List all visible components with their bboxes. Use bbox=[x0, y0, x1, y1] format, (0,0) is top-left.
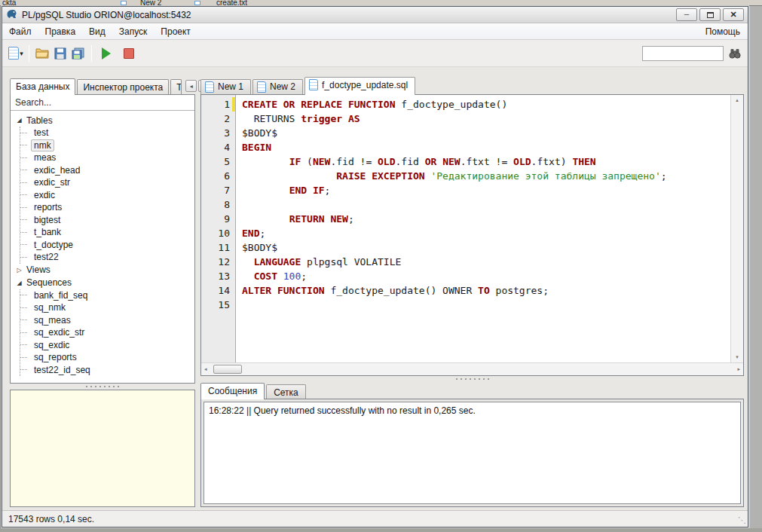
editor-tab[interactable]: New 2 bbox=[252, 79, 303, 94]
editor-vertical-scrollbar[interactable]: ▴ ▾ bbox=[730, 95, 743, 362]
code-line[interactable]: LANGUAGE plpgsql VOLATILE bbox=[242, 255, 730, 269]
menu-item[interactable]: Файл bbox=[2, 24, 38, 39]
scrollbar-thumb[interactable] bbox=[213, 365, 242, 374]
new-file-button[interactable]: ▾ bbox=[7, 44, 25, 63]
sidebar-tab[interactable]: База данных bbox=[10, 78, 75, 95]
menu-item[interactable]: Проект bbox=[154, 24, 197, 39]
tree-item[interactable]: test22_id_seq bbox=[20, 364, 193, 377]
stop-button[interactable] bbox=[120, 44, 138, 63]
background-window-strip: ckta New 2 create.txt bbox=[0, 0, 762, 6]
new-file-dropdown-icon[interactable]: ▾ bbox=[20, 50, 23, 57]
tree-node[interactable]: ◢Sequences bbox=[14, 277, 193, 289]
maximize-button[interactable] bbox=[699, 8, 721, 21]
tree-item[interactable]: reports bbox=[20, 201, 193, 214]
tree-item[interactable]: nmk bbox=[20, 139, 193, 152]
line-number: 7 bbox=[201, 183, 230, 197]
scroll-right-icon[interactable]: ▸ bbox=[737, 366, 740, 372]
editor-tab[interactable]: New 1 bbox=[200, 79, 251, 94]
run-button[interactable] bbox=[96, 44, 114, 63]
scroll-left-icon[interactable]: ◂ bbox=[204, 366, 207, 372]
messages-panel: 16:28:22 || Query returned successfully … bbox=[200, 399, 744, 507]
minimize-icon: ─ bbox=[684, 11, 689, 18]
toolbar: ▾ bbox=[2, 40, 748, 67]
tab-scroll-left-button[interactable]: ◂ bbox=[185, 80, 197, 92]
tree-item[interactable]: sq_exdic_str bbox=[20, 326, 193, 339]
code-line[interactable]: END; bbox=[242, 226, 730, 240]
code-line[interactable]: END IF; bbox=[242, 183, 730, 197]
editor-tab[interactable]: f_doctype_update.sql bbox=[304, 77, 415, 95]
menu-item[interactable]: Вид bbox=[82, 24, 112, 39]
messages-tab[interactable]: Сообщения bbox=[200, 383, 265, 399]
tree-item[interactable]: sq_reports bbox=[20, 351, 193, 364]
tree-item[interactable]: t_bank bbox=[20, 226, 193, 239]
tree-item[interactable]: t_doctype bbox=[20, 239, 193, 252]
code-line[interactable]: RETURNS trigger AS bbox=[242, 112, 730, 126]
tree-node[interactable]: ▷Views bbox=[14, 264, 193, 277]
editor-messages-splitter[interactable] bbox=[200, 376, 744, 382]
tree-expanded-icon[interactable]: ◢ bbox=[16, 280, 23, 286]
code-line[interactable]: COST 100; bbox=[242, 269, 730, 283]
titlebar[interactable]: PL/pgSQL Studio ORION@localhost:5432 ─ ✕ bbox=[2, 7, 748, 23]
menu-item[interactable]: Запуск bbox=[112, 24, 155, 39]
database-panel: Search... ◢Tablestestnmkmeasexdic_headex… bbox=[10, 94, 195, 384]
save-all-button[interactable] bbox=[69, 44, 87, 63]
open-file-button[interactable] bbox=[33, 44, 51, 63]
code-line[interactable]: CREATE OR REPLACE FUNCTION f_doctype_upd… bbox=[242, 97, 730, 112]
code-line[interactable]: RETURN NEW; bbox=[242, 212, 730, 226]
line-number: 10 bbox=[201, 226, 230, 240]
tree-item[interactable]: meas bbox=[20, 151, 193, 164]
save-button[interactable] bbox=[51, 44, 69, 63]
line-number: 6 bbox=[201, 169, 230, 183]
sidebar-tab[interactable]: Инспектор проекта bbox=[77, 79, 169, 94]
tree-expanded-icon[interactable]: ◢ bbox=[16, 117, 23, 124]
sidebar-detail-panel[interactable] bbox=[10, 390, 195, 507]
line-number: 9 bbox=[201, 212, 230, 226]
resize-grip-icon[interactable]: ⋱ bbox=[738, 515, 745, 525]
toolbar-search-input[interactable] bbox=[642, 46, 724, 61]
tree-collapsed-icon[interactable]: ▷ bbox=[16, 267, 23, 274]
code-editor: 123456789101112131415 CREATE OR REPLACE … bbox=[200, 94, 744, 376]
messages-box[interactable]: 16:28:22 || Query returned successfully … bbox=[204, 402, 741, 504]
messages-tab[interactable]: Сетка bbox=[266, 384, 306, 399]
code-line[interactable]: ALTER FUNCTION f_doctype_update() OWNER … bbox=[242, 283, 730, 298]
code-text[interactable]: CREATE OR REPLACE FUNCTION f_doctype_upd… bbox=[236, 95, 730, 362]
tree-item[interactable]: exdic_str bbox=[20, 176, 193, 189]
code-line[interactable]: RAISE EXCEPTION 'Редактирование этой таб… bbox=[242, 169, 730, 183]
scroll-down-icon[interactable]: ▾ bbox=[736, 354, 739, 360]
sidebar-splitter[interactable] bbox=[10, 384, 195, 390]
menubar: ФайлПравкаВидЗапускПроект Помощь bbox=[2, 23, 748, 40]
tree-node[interactable]: ◢Tables bbox=[14, 114, 193, 127]
tree-item[interactable]: sq_exdic bbox=[20, 339, 193, 352]
tree-item[interactable]: bigtest bbox=[20, 214, 193, 227]
background-tab-doc-icon bbox=[121, 1, 127, 5]
code-line[interactable] bbox=[242, 298, 730, 312]
editor-horizontal-scrollbar[interactable]: ◂ ▸ bbox=[201, 362, 743, 375]
code-line[interactable]: $BODY$ bbox=[242, 126, 730, 140]
tree-item[interactable]: sq_meas bbox=[20, 314, 193, 327]
sidebar-search-input[interactable]: Search... bbox=[11, 95, 194, 111]
maximize-icon bbox=[707, 12, 714, 18]
background-tab-fragment: create.txt bbox=[216, 0, 247, 6]
line-number: 14 bbox=[201, 283, 230, 298]
close-button[interactable]: ✕ bbox=[723, 8, 744, 21]
scroll-up-icon[interactable]: ▴ bbox=[736, 97, 739, 103]
code-line[interactable]: BEGIN bbox=[242, 140, 730, 154]
code-line[interactable]: IF (NEW.fid != OLD.fid OR NEW.ftxt != OL… bbox=[242, 154, 730, 169]
menu-item[interactable]: Правка bbox=[38, 24, 83, 39]
tree-item[interactable]: test bbox=[20, 127, 193, 139]
splitter-grip-icon bbox=[86, 386, 119, 388]
minimize-button[interactable]: ─ bbox=[676, 8, 697, 21]
sidebar-tab[interactable]: Т bbox=[170, 79, 182, 94]
statusbar-text: 17543 rows 0,14 sec. bbox=[8, 514, 94, 524]
tree-item[interactable]: sq_nmk bbox=[20, 301, 193, 314]
close-icon: ✕ bbox=[730, 11, 736, 19]
tree-item[interactable]: exdic bbox=[20, 189, 193, 202]
menu-item-help[interactable]: Помощь bbox=[698, 24, 748, 39]
find-button[interactable] bbox=[727, 45, 743, 62]
tree-item[interactable]: exdic_head bbox=[20, 164, 193, 177]
code-line[interactable] bbox=[242, 197, 730, 212]
app-window: PL/pgSQL Studio ORION@localhost:5432 ─ ✕… bbox=[2, 6, 748, 527]
tree-item[interactable]: bank_fid_seq bbox=[20, 289, 193, 302]
tree-item[interactable]: test22 bbox=[20, 251, 193, 264]
code-line[interactable]: $BODY$ bbox=[242, 240, 730, 255]
